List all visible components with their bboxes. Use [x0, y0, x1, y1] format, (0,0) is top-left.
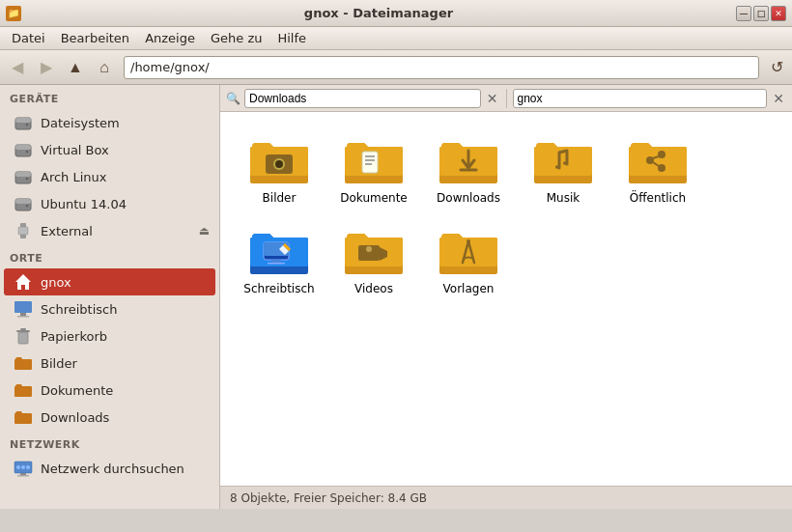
- file-item-oeffentlich[interactable]: Öffentlich: [614, 127, 701, 210]
- svg-point-8: [26, 178, 29, 181]
- sidebar-label-archlinux: Arch Linux: [41, 170, 107, 184]
- desktop-icon: [14, 299, 33, 319]
- sidebar-label-external: External: [41, 224, 93, 238]
- menu-hilfe[interactable]: Hilfe: [269, 29, 314, 47]
- menu-bearbeiten[interactable]: Bearbeiten: [53, 29, 137, 47]
- close-button[interactable]: ✕: [771, 6, 786, 21]
- usb-icon: [14, 221, 33, 240]
- svg-rect-10: [15, 199, 31, 204]
- hdd-icon: [14, 140, 33, 159]
- folder-icon-vorlagen: [438, 224, 499, 278]
- svg-point-47: [366, 246, 372, 252]
- menu-anzeige[interactable]: Anzeige: [137, 29, 203, 47]
- file-item-schreibtisch[interactable]: Schreibtisch: [236, 218, 323, 301]
- menu-datei[interactable]: Datei: [4, 29, 53, 47]
- file-label-dokumente: Dokumente: [340, 191, 408, 205]
- titlebar-left: 📁: [6, 6, 21, 21]
- file-item-musik[interactable]: Musik: [520, 127, 607, 210]
- search-close-2[interactable]: ✕: [771, 91, 786, 106]
- svg-rect-16: [20, 313, 26, 316]
- sidebar-item-virtualbox[interactable]: Virtual Box: [0, 136, 219, 163]
- svg-rect-18: [18, 332, 28, 344]
- svg-rect-43: [271, 260, 281, 263]
- forward-button[interactable]: ▶: [33, 54, 60, 81]
- file-label-oeffentlich: Öffentlich: [630, 191, 686, 205]
- svg-rect-15: [14, 301, 32, 313]
- sidebar-label-netzwerk: Netzwerk durchsuchen: [41, 462, 184, 476]
- reload-button[interactable]: ↺: [765, 56, 788, 79]
- svg-rect-22: [20, 473, 26, 475]
- search-input-2[interactable]: [513, 89, 768, 108]
- sidebar-item-downloads[interactable]: Downloads: [0, 404, 219, 431]
- folder-icon-oeffentlich: [627, 133, 689, 187]
- svg-point-26: [26, 465, 30, 469]
- svg-point-25: [21, 465, 25, 469]
- search-pane-1: 🔍 ✕: [220, 89, 507, 108]
- search-bars: 🔍 ✕ ✕: [220, 85, 792, 112]
- file-item-downloads[interactable]: Downloads: [425, 127, 512, 210]
- file-label-musik: Musik: [547, 191, 580, 205]
- svg-rect-44: [268, 263, 285, 265]
- sidebar-item-archlinux[interactable]: Arch Linux: [0, 163, 219, 190]
- sidebar-item-dokumente[interactable]: Dokumente: [0, 377, 219, 404]
- svg-line-35: [559, 151, 567, 153]
- search-input-1[interactable]: [244, 89, 481, 108]
- statusbar: 8 Objekte, Freier Speicher: 8.4 GB: [220, 486, 792, 509]
- sidebar-label-bilder: Bilder: [41, 356, 77, 371]
- location-bar[interactable]: /home/gnox/: [124, 56, 759, 79]
- app-icon: 📁: [6, 6, 21, 21]
- downloads-folder-icon: [14, 407, 33, 427]
- geraete-header: GERÄTE: [0, 85, 219, 109]
- search-close-1[interactable]: ✕: [485, 91, 500, 106]
- window-title: gnox - Dateimanager: [21, 6, 736, 20]
- file-item-dokumente[interactable]: Dokumente: [330, 127, 417, 210]
- sidebar-label-virtualbox: Virtual Box: [41, 143, 109, 157]
- hdd-icon: [14, 194, 33, 213]
- folder-icon-videos: [343, 224, 405, 278]
- sidebar-label-downloads: Downloads: [41, 410, 109, 425]
- back-button[interactable]: ◀: [4, 54, 31, 81]
- sidebar-item-dateisystem[interactable]: Dateisystem: [0, 109, 219, 136]
- sidebar-label-ubuntu: Ubuntu 14.04: [41, 197, 127, 211]
- folder-icon-musik: [532, 133, 594, 187]
- svg-rect-7: [15, 172, 31, 177]
- file-item-videos[interactable]: Videos: [330, 218, 417, 301]
- menubar: Datei Bearbeiten Anzeige Gehe zu Hilfe: [0, 27, 792, 50]
- orte-header: ORTE: [0, 244, 219, 268]
- svg-rect-19: [16, 330, 30, 332]
- home-button[interactable]: ⌂: [91, 54, 118, 81]
- maximize-button[interactable]: □: [753, 6, 769, 21]
- sidebar: GERÄTE Dateisystem Virtual Box Arch Linu…: [0, 85, 220, 509]
- sidebar-item-gnox[interactable]: gnox: [4, 268, 215, 295]
- sidebar-item-netzwerk[interactable]: Netzwerk durchsuchen: [0, 455, 219, 482]
- file-label-vorlagen: Vorlagen: [443, 282, 495, 295]
- up-button[interactable]: ▲: [62, 54, 89, 81]
- svg-point-11: [26, 205, 29, 208]
- sidebar-label-dokumente: Dokumente: [41, 383, 113, 398]
- file-item-bilder[interactable]: Bilder: [236, 127, 323, 210]
- svg-rect-30: [362, 152, 378, 173]
- svg-point-5: [26, 151, 29, 154]
- sidebar-item-external[interactable]: External ⏏: [0, 217, 219, 244]
- file-label-downloads: Downloads: [437, 191, 500, 205]
- pictures-folder-icon: [14, 353, 33, 373]
- window-controls: — □ ✕: [736, 6, 786, 21]
- menu-gehe-zu[interactable]: Gehe zu: [203, 29, 270, 47]
- eject-button[interactable]: ⏏: [199, 224, 210, 238]
- sidebar-item-ubuntu[interactable]: Ubuntu 14.04: [0, 190, 219, 217]
- svg-point-50: [467, 239, 470, 243]
- folder-icon-bilder: [248, 133, 310, 187]
- sidebar-item-papierkorb[interactable]: Papierkorb: [0, 322, 219, 350]
- sidebar-item-schreibtisch[interactable]: Schreibtisch: [0, 295, 219, 322]
- file-item-vorlagen[interactable]: Vorlagen: [425, 218, 512, 301]
- svg-rect-4: [15, 145, 31, 150]
- minimize-button[interactable]: —: [736, 6, 751, 21]
- svg-rect-23: [17, 475, 29, 477]
- sidebar-label-papierkorb: Papierkorb: [41, 329, 107, 344]
- home-icon: [14, 272, 33, 292]
- file-label-bilder: Bilder: [263, 191, 297, 205]
- svg-rect-17: [17, 316, 29, 318]
- sidebar-item-bilder[interactable]: Bilder: [0, 350, 219, 377]
- netzwerk-header: NETZWERK: [0, 431, 219, 455]
- svg-marker-14: [15, 274, 31, 290]
